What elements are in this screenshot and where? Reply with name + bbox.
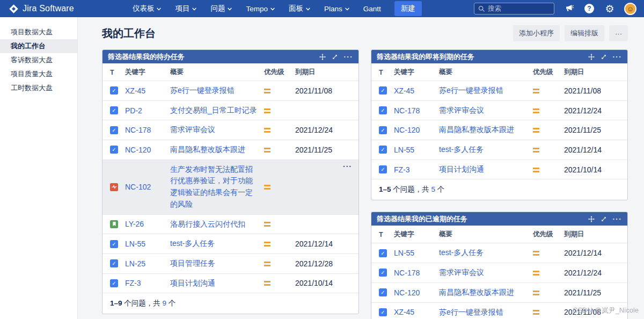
move-icon[interactable] (588, 54, 595, 60)
issue-summary-link[interactable]: 洛易行接入云闪付代扣 (170, 219, 260, 230)
issue-summary-link[interactable]: 苏e行一键登录报错 (439, 307, 529, 318)
move-icon[interactable] (588, 216, 595, 222)
gadget-title: 筛选器结果我的已逾期的任务 (377, 214, 467, 224)
megaphone-icon[interactable] (563, 3, 575, 15)
issue-summary-link[interactable]: test-多人任务 (439, 247, 529, 259)
nav-item-2[interactable]: 项目 (168, 4, 203, 13)
more-actions-button[interactable]: ··· (609, 25, 628, 41)
issue-summary-link[interactable]: test-多人任务 (170, 238, 260, 250)
task-issue-type-icon: ✓ (110, 259, 118, 267)
issue-summary-link[interactable]: 苏e行一键登录报错 (439, 85, 529, 97)
priority-medium-icon (264, 128, 270, 133)
row-more-icon[interactable]: ··· (343, 162, 352, 171)
story-issue-type-icon (110, 220, 118, 228)
issue-key-link[interactable]: PD-2 (125, 106, 142, 115)
issue-key-link[interactable]: LN-55 (125, 240, 145, 248)
column-header: 概要 (437, 226, 531, 243)
issue-summary-link[interactable]: 需求评审会议 (439, 105, 529, 117)
issue-summary-link[interactable]: 项目计划沟通 (170, 278, 260, 289)
nav-item-7[interactable]: Gantt (356, 5, 388, 13)
user-avatar[interactable]: ☺ (624, 3, 636, 15)
move-icon[interactable] (319, 54, 326, 60)
task-issue-type-icon: ✓ (110, 86, 118, 95)
issue-key-link[interactable]: NC-178 (394, 269, 420, 277)
issue-key-link[interactable]: LY-26 (125, 220, 144, 228)
edit-layout-button[interactable]: 编辑排版 (565, 25, 604, 41)
issue-summary-link[interactable]: 项目计划沟通 (439, 164, 529, 176)
nav-item-3[interactable]: 问题 (203, 4, 239, 13)
gear-icon[interactable]: ⚙ (604, 3, 616, 15)
issue-count-link[interactable]: 5 (431, 185, 436, 193)
issue-key-link[interactable]: NC-178 (394, 106, 420, 115)
task-issue-type-icon: ✓ (379, 86, 387, 95)
issue-summary-link[interactable]: 需求评审会议 (170, 124, 260, 136)
issue-key-link[interactable]: XZ-45 (125, 86, 145, 95)
issue-key-link[interactable]: NC-120 (394, 288, 420, 297)
issue-key-link[interactable]: NC-120 (125, 146, 151, 154)
chevron-down-icon (192, 8, 196, 11)
issue-range: 1–5 (379, 185, 391, 193)
primary-nav: 仪表板项目问题Tempo面板PlansGantt (126, 4, 388, 13)
issue-summary-link[interactable]: 南昌隐私整改版本跟进 (439, 124, 529, 136)
due-date: 2021/12/14 (564, 146, 602, 154)
issue-key-link[interactable]: FZ-3 (125, 279, 141, 287)
more-icon[interactable]: ··· (613, 216, 623, 222)
issue-key-link[interactable]: FZ-3 (394, 165, 410, 174)
more-icon[interactable]: ··· (613, 54, 623, 60)
chevron-down-icon (228, 8, 232, 11)
issue-key-link[interactable]: NC-178 (125, 126, 151, 134)
more-icon[interactable]: ··· (344, 54, 354, 60)
table-row: NC-102生产发布时暂无法配置招行优惠券验证，对于功能逻辑验证的结果会有一定的… (103, 160, 358, 214)
issue-summary-link[interactable]: 支付交易组_日常工时记录 (170, 105, 260, 117)
issue-summary-link[interactable]: 生产发布时暂无法配置招行优惠券验证，对于功能逻辑验证的结果会有一定的风险 (170, 164, 260, 211)
sidebar-item-2[interactable]: 我的工作台 (0, 39, 77, 53)
issue-summary-link[interactable]: 苏e行一键登录报错 (170, 85, 260, 97)
issue-key-link[interactable]: LN-55 (394, 146, 414, 154)
gadget-my-todo-tasks: 筛选器结果我的待办任务···T关键字概要优先级到期日✓XZ-45苏e行一键登录报… (102, 49, 359, 314)
issue-summary-link[interactable]: 南昌隐私整改版本跟进 (439, 287, 529, 299)
search-input[interactable] (488, 5, 550, 12)
chevron-down-icon (157, 8, 161, 11)
column-header: 到期日 (562, 226, 627, 243)
sidebar-item-4[interactable]: 项目质量大盘 (0, 67, 77, 81)
issue-summary-link[interactable]: 需求评审会议 (439, 267, 529, 279)
gadget-header[interactable]: 筛选器结果我的即将到期的任务··· (371, 50, 627, 63)
issue-key-link[interactable]: LN-55 (394, 249, 414, 257)
add-gadget-button[interactable]: 添加小程序 (513, 25, 560, 41)
issue-key-link[interactable]: NC-120 (394, 126, 420, 134)
jira-logo[interactable]: Jira Software (9, 4, 74, 14)
nav-item-6[interactable]: Plans (317, 5, 356, 13)
issue-summary-link[interactable]: 项目管理任务 (170, 258, 260, 270)
table-row: ✓XZ-45苏e行一键登录报错2021/11/08 (103, 81, 358, 101)
risk-issue-type-icon (110, 183, 118, 191)
issue-key-link[interactable]: LN-25 (125, 259, 145, 268)
sidebar-item-3[interactable]: 客诉数据大盘 (0, 53, 77, 67)
sidebar-item-1[interactable]: 项目数据大盘 (0, 25, 77, 39)
priority-medium-icon (533, 89, 539, 93)
nav-item-label: 仪表板 (133, 4, 155, 13)
expand-icon[interactable] (601, 54, 607, 60)
nav-item-5[interactable]: 面板 (282, 4, 317, 13)
issue-key-link[interactable]: NC-102 (125, 183, 151, 191)
global-search[interactable] (474, 3, 554, 15)
sidebar-item-5[interactable]: 工时数据大盘 (0, 81, 77, 95)
issue-key-link[interactable]: XZ-45 (394, 86, 414, 95)
gadget-header[interactable]: 筛选器结果我的待办任务··· (103, 50, 358, 63)
right-column: 筛选器结果我的即将到期的任务···T关键字概要优先级到期日✓XZ-45苏e行一键… (371, 49, 628, 319)
expand-icon[interactable] (601, 216, 607, 222)
due-date: 2021/12/24 (564, 269, 602, 277)
expand-icon[interactable] (332, 54, 338, 60)
priority-medium-icon (264, 281, 270, 286)
main-content: 我的工作台 添加小程序 编辑排版 ··· 筛选器结果我的待办任务···T关键字概… (78, 17, 644, 319)
create-button[interactable]: 新建 (394, 1, 422, 16)
gadget-header[interactable]: 筛选器结果我的已逾期的任务··· (371, 212, 627, 226)
table-row: ✓LN-55test-多人任务2021/12/14 (103, 234, 358, 254)
nav-item-4[interactable]: Tempo (239, 5, 282, 13)
issue-summary-link[interactable]: 南昌隐私整改版本跟进 (170, 144, 260, 156)
nav-item-label: 项目 (175, 4, 189, 13)
issue-key-link[interactable]: XZ-45 (394, 308, 414, 316)
nav-item-1[interactable]: 仪表板 (126, 4, 169, 13)
issue-summary-link[interactable]: test-多人任务 (439, 144, 529, 156)
issue-count-link[interactable]: 9 (163, 299, 167, 307)
help-icon[interactable]: ? (583, 3, 595, 15)
